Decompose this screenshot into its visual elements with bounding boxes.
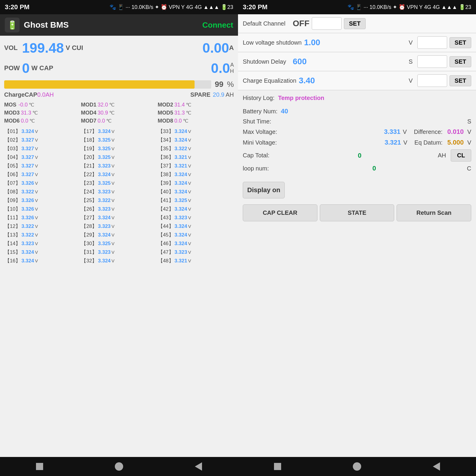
settings-input-1[interactable] — [417, 36, 447, 49]
cell-item: 【21】3.323V — [81, 162, 157, 170]
settings-input-2[interactable] — [417, 55, 447, 68]
set-button-3[interactable]: SET — [450, 75, 471, 86]
cell-item: 【37】3.321V — [157, 162, 234, 170]
current-value: 0.00 — [203, 40, 229, 56]
vol-label: VOL — [4, 44, 22, 52]
cell-item: 【14】3.323V — [4, 239, 81, 248]
cell-item: 【46】3.324V — [157, 239, 234, 248]
eq-datum-label: Eq Datum: — [414, 139, 442, 146]
pow-unit: W — [32, 64, 38, 72]
loop-num-value: 0 — [284, 165, 465, 172]
cell-grid: 【01】3.324V【17】3.324V【33】3.324V【02】3.327V… — [4, 127, 234, 265]
nav-square-icon-r[interactable] — [272, 461, 283, 472]
nav-back-icon[interactable] — [193, 461, 204, 472]
max-volt-unit: V — [403, 129, 407, 135]
nav-back-icon-r[interactable] — [431, 461, 442, 472]
history-label: History Log: — [243, 95, 275, 101]
nav-bar-right — [238, 457, 476, 476]
set-button-2[interactable]: SET — [450, 56, 471, 67]
cell-item: 【27】3.324V — [81, 213, 157, 222]
app-header: 🔋 Ghost BMS Connect — [0, 14, 238, 36]
app-title: Ghost BMS — [24, 20, 202, 30]
progress-row: 99 % — [4, 80, 234, 89]
spare-unit: AH — [226, 91, 234, 98]
cell-item: 【30】3.325V — [81, 239, 157, 248]
cell-item: 【22】3.324V — [81, 170, 157, 179]
connect-button[interactable]: Connect — [202, 21, 233, 30]
cell-item: 【11】3.326V — [4, 213, 81, 222]
time-right: 3:20 PM — [243, 3, 267, 11]
cell-item: 【34】3.324V — [157, 136, 234, 144]
settings-label-2: Shutdown Delay — [243, 58, 290, 65]
nav-square-icon[interactable] — [34, 461, 45, 472]
cap-clear-button[interactable]: CAP CLEAR — [243, 204, 317, 221]
cap-total-label: Cap Total: — [243, 152, 281, 159]
temp-cell: MOD430.9℃ — [81, 109, 157, 117]
cap-unit-a: A — [230, 62, 234, 68]
vol-unit: V — [66, 44, 70, 52]
settings-row-1: Low voltage shutdown1.00VSET — [238, 33, 476, 52]
pow-label: POW — [4, 64, 22, 72]
cap-unit-h: H — [230, 68, 234, 74]
settings-input-0[interactable] — [312, 17, 342, 30]
cell-item: 【28】3.323V — [81, 222, 157, 231]
cell-item: 【05】3.327V — [4, 162, 81, 170]
cap-total-unit: AH — [438, 152, 446, 159]
app-icon: 🔋 — [5, 18, 20, 32]
progress-symbol: % — [227, 80, 234, 89]
cell-item: 【31】3.323V — [81, 248, 157, 256]
spare-value: 20.9 — [213, 91, 224, 98]
spare-label: SPARE — [190, 91, 210, 98]
cell-item: 【39】3.324V — [157, 179, 234, 187]
nav-home-icon-r[interactable] — [352, 461, 362, 472]
loop-num-unit: C — [467, 165, 471, 172]
cell-item: 【36】3.321V — [157, 153, 234, 162]
return-scan-button[interactable]: Return Scan — [397, 204, 471, 221]
settings-unit-1: V — [409, 39, 413, 46]
state-button[interactable]: STATE — [320, 204, 394, 221]
status-bar-right: 3:20 PM 🐾 📱 ··· 10.0KB/s ✦ ⏰ VPN Y 4G 4G… — [238, 0, 476, 14]
diff-unit: V — [467, 129, 471, 135]
loop-num-row: loop num: 0 C — [243, 165, 471, 172]
cap-value: 0.0 — [211, 60, 230, 76]
shut-time-unit: S — [467, 118, 471, 125]
cell-item: 【02】3.327V — [4, 136, 81, 144]
battery-num-row: Battery Num: 40 — [243, 107, 471, 115]
settings-unit-2: S — [409, 58, 413, 65]
temp-cell: MOD80.0℃ — [158, 117, 234, 125]
chargecap-value: 0.0AH — [37, 91, 54, 98]
cell-item: 【12】3.322V — [4, 222, 81, 231]
display-on-button[interactable]: Display on — [243, 182, 285, 198]
temp-cell: MOD132.0℃ — [81, 101, 157, 109]
history-link[interactable]: Temp protection — [278, 95, 324, 101]
max-volt-label: Max Voltage: — [243, 129, 382, 135]
progress-bar-fill — [4, 80, 195, 89]
cell-item: 【10】3.326V — [4, 205, 81, 213]
chargecap-label: ChargeCAP — [4, 91, 37, 98]
info-section: Battery Num: 40 Shut Time: S Max Voltage… — [238, 106, 476, 179]
set-button-1[interactable]: SET — [450, 37, 471, 48]
history-row: History Log: Temp protection — [238, 90, 476, 106]
mini-volt-label: Mini Voltage: — [243, 139, 382, 146]
pow-value: 0 — [22, 60, 30, 76]
cell-item: 【13】3.322V — [4, 231, 81, 239]
nav-home-icon[interactable] — [114, 461, 124, 472]
settings-value-0: OFF — [293, 19, 309, 28]
cell-item: 【42】3.324V — [157, 205, 234, 213]
cell-item: 【08】3.322V — [4, 187, 81, 196]
settings-input-3[interactable] — [417, 74, 447, 87]
temp-cell: MOD331.3℃ — [4, 109, 80, 117]
cell-item: 【07】3.326V — [4, 179, 81, 187]
temp-cell: MOS-0.0℃ — [4, 101, 80, 109]
cell-item: 【01】3.324V — [4, 127, 81, 136]
current-unit: A — [229, 44, 234, 52]
set-button-0[interactable]: SET — [344, 18, 366, 29]
cell-item: 【04】3.327V — [4, 153, 81, 162]
settings-value-3: 3.40 — [299, 76, 406, 85]
cell-item: 【17】3.324V — [81, 127, 157, 136]
cell-item: 【48】3.321V — [157, 256, 234, 265]
cl-button[interactable]: CL — [451, 149, 471, 162]
time-left: 3:20 PM — [5, 3, 29, 11]
chargecap-row: ChargeCAP 0.0AH SPARE 20.9 AH — [4, 91, 234, 98]
cell-item: 【09】3.326V — [4, 196, 81, 205]
